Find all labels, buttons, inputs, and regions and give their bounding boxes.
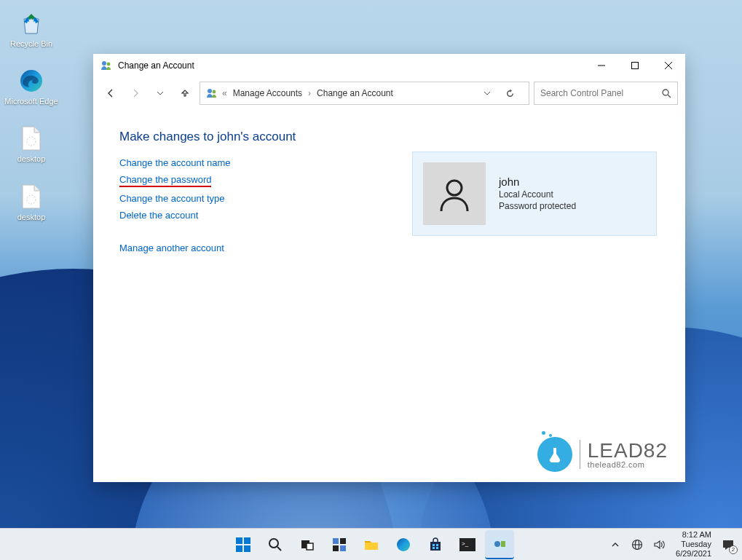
watermark: LEAD82 thelead82.com	[537, 437, 668, 472]
up-button[interactable]	[175, 83, 195, 103]
desktop-icon-file-2[interactable]: desktop	[4, 182, 58, 222]
clock-time: 8:12 AM	[676, 530, 711, 540]
svg-point-4	[107, 63, 111, 66]
svg-rect-15	[244, 537, 250, 544]
desktop-icon-recycle-bin[interactable]: Recycle Bin	[4, 9, 58, 49]
show-hidden-icons-button[interactable]	[607, 537, 623, 553]
account-status: Password protected	[499, 201, 576, 213]
taskbar: >_ 8:12 AM Tuesday 6/29/2021 2	[0, 528, 742, 560]
watermark-url: thelead82.com	[588, 461, 668, 469]
svg-rect-6	[632, 63, 639, 69]
maximize-button[interactable]	[618, 54, 652, 77]
forward-button[interactable]	[125, 83, 146, 103]
svg-rect-36	[501, 541, 505, 547]
widgets-button[interactable]	[325, 530, 354, 559]
window-title: Change an Account	[118, 60, 194, 71]
control-panel-window: Change an Account « Manage Accounts › Ch…	[93, 54, 685, 482]
link-change-account-name[interactable]: Change the account name	[119, 157, 231, 168]
terminal-button[interactable]: >_	[453, 530, 482, 559]
network-icon[interactable]	[629, 537, 645, 553]
page-heading: Make changes to john's account	[119, 130, 659, 144]
file-icon	[17, 124, 46, 153]
taskbar-search-button[interactable]	[261, 530, 290, 559]
taskbar-clock[interactable]: 8:12 AM Tuesday 6/29/2021	[676, 530, 711, 559]
svg-rect-30	[433, 547, 435, 549]
breadcrumb-manage-accounts[interactable]: Manage Accounts	[232, 87, 304, 100]
search-input[interactable]	[540, 88, 658, 98]
desktop-icons: Recycle Bin Microsoft Edge desktop deskt…	[4, 9, 58, 222]
minimize-button[interactable]	[585, 54, 618, 77]
desktop-icon-label: desktop	[17, 213, 46, 222]
store-button[interactable]	[421, 530, 450, 559]
watermark-logo-icon	[537, 437, 572, 472]
svg-point-3	[102, 61, 106, 66]
recent-locations-button[interactable]	[150, 83, 170, 103]
watermark-brand-name: LEAD82	[588, 439, 668, 462]
svg-rect-14	[236, 537, 242, 544]
desktop-icon-file-1[interactable]: desktop	[4, 124, 58, 164]
taskbar-right: 8:12 AM Tuesday 6/29/2021 2	[607, 530, 736, 559]
notifications-button[interactable]: 2	[720, 537, 736, 553]
navigation-row: « Manage Accounts › Change an Account	[93, 77, 685, 109]
edge-icon	[17, 66, 46, 95]
account-card[interactable]: john Local Account Password protected	[412, 151, 657, 236]
svg-point-26	[397, 538, 410, 551]
edge-taskbar-button[interactable]	[389, 530, 418, 559]
search-icon[interactable]	[662, 89, 671, 98]
svg-rect-25	[340, 545, 346, 551]
search-bar[interactable]	[534, 82, 678, 105]
breadcrumb-prefix: «	[222, 88, 227, 98]
svg-point-10	[213, 90, 216, 94]
svg-rect-31	[436, 547, 438, 549]
svg-point-11	[663, 90, 668, 95]
svg-point-13	[447, 181, 462, 195]
file-icon	[17, 182, 46, 211]
desktop-icon-label: Recycle Bin	[10, 39, 52, 49]
control-panel-taskbar-button[interactable]	[485, 530, 514, 559]
svg-rect-17	[244, 545, 250, 552]
svg-rect-16	[236, 545, 242, 552]
desktop-icon-edge[interactable]: Microsoft Edge	[4, 66, 58, 106]
svg-rect-22	[333, 538, 339, 544]
volume-icon[interactable]	[651, 537, 667, 553]
taskbar-center: >_	[229, 530, 514, 559]
link-manage-another-account[interactable]: Manage another account	[119, 242, 224, 253]
account-card-text: john Local Account Password protected	[499, 176, 576, 212]
address-bar[interactable]: « Manage Accounts › Change an Account	[200, 82, 529, 105]
svg-rect-28	[433, 544, 435, 546]
link-delete-account[interactable]: Delete the account	[119, 210, 198, 221]
link-change-password[interactable]: Change the password	[119, 174, 211, 187]
svg-text:>_: >_	[462, 540, 469, 547]
svg-line-19	[277, 547, 281, 551]
titlebar[interactable]: Change an Account	[93, 54, 685, 77]
notification-badge: 2	[729, 545, 738, 554]
breadcrumb-change-account[interactable]: Change an Account	[315, 87, 395, 100]
content-area: Make changes to john's account Change th…	[93, 109, 685, 482]
svg-rect-24	[333, 545, 339, 551]
chevron-right-icon: ›	[308, 88, 311, 98]
close-button[interactable]	[652, 54, 685, 77]
start-button[interactable]	[229, 530, 258, 559]
account-type: Local Account	[499, 189, 576, 201]
refresh-button[interactable]	[505, 89, 523, 98]
desktop-icon-label: Microsoft Edge	[4, 97, 58, 106]
desktop-icon-label: desktop	[17, 154, 46, 164]
svg-rect-21	[307, 543, 313, 550]
svg-point-35	[494, 541, 500, 547]
recycle-bin-icon	[17, 9, 46, 38]
account-username: john	[499, 176, 576, 188]
svg-rect-29	[436, 544, 438, 546]
watermark-brand: LEAD82 thelead82.com	[588, 441, 668, 469]
user-avatar-icon	[423, 162, 486, 225]
user-accounts-icon	[100, 60, 112, 71]
file-explorer-button[interactable]	[357, 530, 386, 559]
clock-day: Tuesday	[676, 540, 711, 549]
svg-rect-23	[340, 538, 346, 544]
clock-date: 6/29/2021	[676, 549, 711, 559]
link-change-account-type[interactable]: Change the account type	[119, 193, 225, 204]
svg-point-18	[269, 539, 278, 548]
back-button[interactable]	[100, 83, 121, 103]
task-view-button[interactable]	[293, 530, 322, 559]
address-dropdown-button[interactable]	[484, 90, 501, 97]
svg-point-9	[208, 89, 212, 93]
